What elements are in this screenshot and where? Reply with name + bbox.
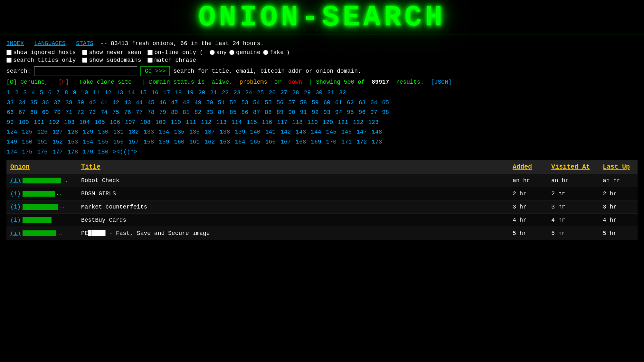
- page-link-50[interactable]: 50: [206, 99, 213, 106]
- stats-link[interactable]: STATS: [76, 40, 93, 47]
- page-link-117[interactable]: 117: [277, 119, 287, 125]
- page-link-3[interactable]: 3: [23, 89, 27, 96]
- page-link-140[interactable]: 140: [250, 129, 260, 135]
- page-link-64[interactable]: 64: [370, 99, 377, 106]
- page-link-124[interactable]: 124: [7, 129, 17, 135]
- page-link-95[interactable]: 95: [347, 109, 354, 116]
- page-link-59[interactable]: 59: [312, 99, 319, 106]
- page-link-105[interactable]: 105: [95, 119, 105, 125]
- page-link-77[interactable]: 77: [136, 109, 143, 116]
- col-lastup-header[interactable]: Last Up: [599, 160, 638, 174]
- page-link-5[interactable]: 5: [40, 89, 43, 96]
- page-link-167[interactable]: 167: [280, 139, 291, 145]
- page-link-152[interactable]: 152: [52, 139, 63, 145]
- page-link-178[interactable]: 178: [68, 149, 78, 155]
- page-link-48[interactable]: 48: [183, 99, 190, 106]
- page-link-21[interactable]: 21: [210, 89, 217, 96]
- page-link-119[interactable]: 119: [308, 119, 318, 125]
- page-link-33[interactable]: 33: [7, 99, 14, 106]
- page-link-122[interactable]: 122: [353, 119, 363, 125]
- page-link-75[interactable]: 75: [112, 109, 119, 116]
- page-link-175[interactable]: 175: [22, 149, 32, 155]
- page-link-45[interactable]: 45: [147, 99, 155, 106]
- page-link-19[interactable]: 19: [186, 89, 194, 96]
- on-line-only-label[interactable]: on-line only (: [147, 49, 203, 56]
- page-link-51[interactable]: 51: [218, 99, 225, 106]
- col-onion-header[interactable]: Onion: [6, 160, 77, 174]
- page-link-68[interactable]: 68: [30, 109, 37, 116]
- page-link-121[interactable]: 121: [338, 119, 348, 125]
- page-link-154[interactable]: 154: [83, 139, 93, 145]
- page-link-180[interactable]: 180: [98, 149, 108, 155]
- page-link-123[interactable]: 123: [368, 119, 378, 125]
- title-link-4[interactable]: PE█████ - Fast, Save and Secure image: [81, 230, 210, 237]
- page-link-113[interactable]: 113: [216, 119, 226, 125]
- page-link-173[interactable]: 173: [372, 139, 382, 145]
- page-link-116[interactable]: 116: [262, 119, 272, 125]
- page-link-83[interactable]: 83: [206, 109, 213, 116]
- page-link-163[interactable]: 163: [220, 139, 230, 145]
- page-link-39[interactable]: 39: [77, 99, 84, 106]
- page-link-25[interactable]: 25: [257, 89, 264, 96]
- show-subdomains-checkbox[interactable]: [82, 58, 87, 63]
- page-link-138[interactable]: 138: [220, 129, 230, 135]
- page-link-126[interactable]: 126: [37, 129, 47, 135]
- page-link-9[interactable]: 9: [73, 89, 76, 96]
- show-never-seen-checkbox[interactable]: [82, 50, 87, 55]
- page-link-145[interactable]: 145: [326, 129, 336, 135]
- page-link-97[interactable]: 97: [370, 109, 377, 116]
- page-link-129[interactable]: 129: [83, 129, 93, 135]
- any-radio[interactable]: [210, 50, 215, 55]
- page-link-162[interactable]: 162: [204, 139, 215, 145]
- page-link-88[interactable]: 88: [265, 109, 272, 116]
- page-link-157[interactable]: 157: [128, 139, 139, 145]
- page-link-172[interactable]: 172: [356, 139, 367, 145]
- show-never-seen-label[interactable]: show never seen: [82, 49, 141, 56]
- page-link-38[interactable]: 38: [65, 99, 72, 106]
- page-link-8[interactable]: 8: [64, 89, 68, 96]
- page-link-23[interactable]: 23: [233, 89, 241, 96]
- page-link-13[interactable]: 13: [116, 89, 123, 96]
- page-link-47[interactable]: 47: [171, 99, 178, 106]
- col-added-header[interactable]: Added: [509, 160, 547, 174]
- page-link-4[interactable]: 4: [32, 89, 35, 96]
- show-ignored-hosts-checkbox[interactable]: [6, 50, 12, 55]
- page-link-22[interactable]: 22: [222, 89, 229, 96]
- page-link-73[interactable]: 73: [89, 109, 96, 116]
- page-link-147[interactable]: 147: [356, 129, 367, 135]
- page-link-18[interactable]: 18: [175, 89, 182, 96]
- page-link-6[interactable]: 6: [48, 89, 52, 96]
- match-phrase-label[interactable]: match phrase: [147, 57, 196, 63]
- search-titles-only-label[interactable]: search titles only: [6, 57, 76, 63]
- page-link-71[interactable]: 71: [65, 109, 72, 116]
- page-link-63[interactable]: 63: [359, 99, 366, 106]
- page-link-149[interactable]: 149: [7, 139, 17, 145]
- page-link-42[interactable]: 42: [112, 99, 119, 106]
- info-link-1[interactable]: (i): [10, 190, 21, 197]
- page-link-144[interactable]: 144: [311, 129, 321, 135]
- search-titles-only-checkbox[interactable]: [6, 58, 12, 63]
- page-link-72[interactable]: 72: [77, 109, 84, 116]
- page-link-32[interactable]: 32: [339, 89, 346, 96]
- page-link-34[interactable]: 34: [18, 99, 25, 106]
- page-link-82[interactable]: 82: [194, 109, 202, 116]
- page-link-62[interactable]: 62: [347, 99, 354, 106]
- page-link-102[interactable]: 102: [49, 119, 59, 125]
- page-link-58[interactable]: 58: [300, 99, 307, 106]
- page-link-111[interactable]: 111: [186, 119, 196, 125]
- page-link-151[interactable]: 151: [37, 139, 47, 145]
- page-link-148[interactable]: 148: [372, 129, 382, 135]
- page-link-67[interactable]: 67: [18, 109, 25, 116]
- page-link-12[interactable]: 12: [104, 89, 111, 96]
- page-link-10[interactable]: 10: [81, 89, 88, 96]
- page-link-100[interactable]: 100: [18, 119, 29, 125]
- page-link-7[interactable]: 7: [56, 89, 60, 96]
- page-link-66[interactable]: 66: [7, 109, 14, 116]
- page-link-57[interactable]: 57: [288, 99, 295, 106]
- page-link-98[interactable]: 98: [382, 109, 389, 116]
- page-link-20[interactable]: 20: [198, 89, 205, 96]
- page-link-112[interactable]: 112: [201, 119, 211, 125]
- page-link-29[interactable]: 29: [304, 89, 311, 96]
- page-link-61[interactable]: 61: [335, 99, 342, 106]
- page-link-86[interactable]: 86: [241, 109, 248, 116]
